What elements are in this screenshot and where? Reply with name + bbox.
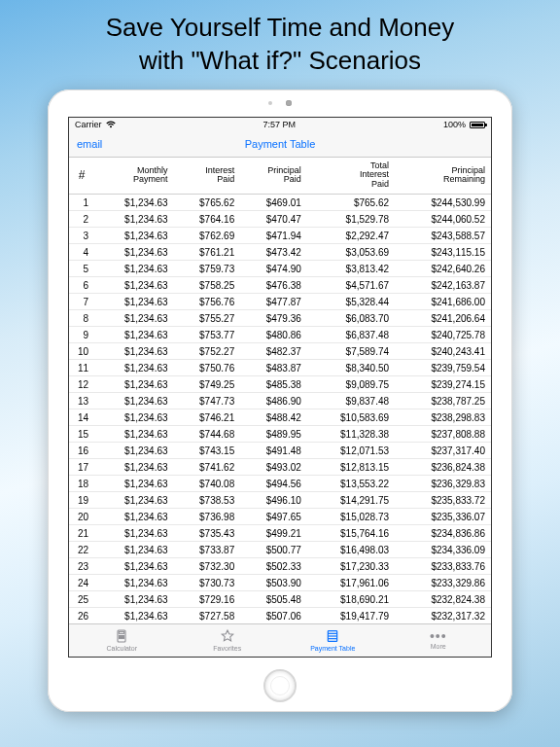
col-monthly-payment: MonthlyPayment xyxy=(94,158,174,195)
table-row[interactable]: 11$1,234.63$750.76$483.87$8,340.50$239,7… xyxy=(69,360,491,376)
table-icon xyxy=(325,628,340,644)
cell-ip: $752.27 xyxy=(174,343,241,360)
table-row[interactable]: 22$1,234.63$733.87$500.77$16,498.03$234,… xyxy=(69,542,491,558)
cell-pp: $486.90 xyxy=(240,393,307,409)
cell-pp: $500.77 xyxy=(240,542,307,558)
cell-ip: $759.73 xyxy=(174,261,241,277)
cell-pr: $235,336.07 xyxy=(395,509,491,525)
cell-ip: $738.53 xyxy=(174,492,241,509)
table-row[interactable]: 23$1,234.63$732.30$502.33$17,230.33$233,… xyxy=(69,558,491,575)
cell-n: 19 xyxy=(69,492,94,509)
front-camera-icon xyxy=(286,100,292,106)
cell-mp: $1,234.63 xyxy=(94,542,174,558)
ipad-screen: Carrier 7:57 PM 100% email Payment Table xyxy=(68,117,492,658)
cell-n: 20 xyxy=(69,509,94,525)
bezel-top xyxy=(48,89,512,117)
cell-pr: $242,163.87 xyxy=(395,277,491,294)
cell-tip: $8,340.50 xyxy=(307,360,395,376)
svg-point-2 xyxy=(120,635,121,636)
cell-mp: $1,234.63 xyxy=(94,376,174,393)
calculator-icon xyxy=(114,628,129,644)
table-row[interactable]: 1$1,234.63$765.62$469.01$765.62$244,530.… xyxy=(69,195,491,211)
cell-pr: $232,317.32 xyxy=(395,608,491,623)
table-row[interactable]: 24$1,234.63$730.73$503.90$17,961.06$233,… xyxy=(69,575,491,591)
table-row[interactable]: 18$1,234.63$740.08$494.56$13,553.22$236,… xyxy=(69,476,491,492)
cell-n: 5 xyxy=(69,261,94,277)
nav-bar: email Payment Table xyxy=(69,132,491,158)
cell-pr: $240,725.78 xyxy=(395,327,491,343)
table-row[interactable]: 15$1,234.63$744.68$489.95$11,328.38$237,… xyxy=(69,426,491,443)
table-row[interactable]: 20$1,234.63$736.98$497.65$15,028.73$235,… xyxy=(69,509,491,525)
table-row[interactable]: 4$1,234.63$761.21$473.42$3,053.69$243,11… xyxy=(69,244,491,261)
cell-tip: $19,417.79 xyxy=(307,608,395,623)
cell-ip: $733.87 xyxy=(174,542,241,558)
cell-pr: $238,298.83 xyxy=(395,409,491,426)
cell-pp: $499.21 xyxy=(240,525,307,542)
table-row[interactable]: 5$1,234.63$759.73$474.90$3,813.42$242,64… xyxy=(69,261,491,277)
table-row[interactable]: 21$1,234.63$735.43$499.21$15,764.16$234,… xyxy=(69,525,491,542)
cell-pp: $507.06 xyxy=(240,608,307,623)
cell-pr: $243,115.15 xyxy=(395,244,491,261)
cell-n: 24 xyxy=(69,575,94,591)
cell-n: 2 xyxy=(69,211,94,228)
payment-table-wrap[interactable]: # MonthlyPayment InterestPaid PrincipalP… xyxy=(69,158,491,623)
table-row[interactable]: 19$1,234.63$738.53$496.10$14,291.75$235,… xyxy=(69,492,491,509)
table-row[interactable]: 25$1,234.63$729.16$505.48$18,690.21$232,… xyxy=(69,591,491,608)
cell-tip: $12,071.53 xyxy=(307,443,395,459)
cell-mp: $1,234.63 xyxy=(94,409,174,426)
cell-n: 13 xyxy=(69,393,94,409)
col-number: # xyxy=(69,158,94,195)
cell-n: 23 xyxy=(69,558,94,575)
table-row[interactable]: 26$1,234.63$727.58$507.06$19,417.79$232,… xyxy=(69,608,491,623)
col-principal-paid: PrincipalPaid xyxy=(240,158,307,195)
tab-calculator[interactable]: Calculator xyxy=(69,624,175,657)
table-row[interactable]: 2$1,234.63$764.16$470.47$1,529.78$244,06… xyxy=(69,211,491,228)
tab-favorites[interactable]: Favorites xyxy=(175,624,281,657)
home-button[interactable] xyxy=(263,669,297,702)
tab-favorites-label: Favorites xyxy=(213,645,241,652)
cell-ip: $736.98 xyxy=(174,509,241,525)
tab-payment-table-label: Payment Table xyxy=(310,645,355,652)
cell-ip: $758.25 xyxy=(174,277,241,294)
cell-ip: $741.62 xyxy=(174,459,241,476)
cell-pr: $239,274.15 xyxy=(395,376,491,393)
table-row[interactable]: 3$1,234.63$762.69$471.94$2,292.47$243,58… xyxy=(69,228,491,244)
cell-tip: $1,529.78 xyxy=(307,211,395,228)
table-row[interactable]: 9$1,234.63$753.77$480.86$6,837.48$240,72… xyxy=(69,327,491,343)
table-row[interactable]: 8$1,234.63$755.27$479.36$6,083.70$241,20… xyxy=(69,310,491,327)
promo-headline: Save Yourself Time and Money with "What … xyxy=(87,0,473,84)
more-icon: ••• xyxy=(430,630,447,642)
cell-pp: $502.33 xyxy=(240,558,307,575)
cell-mp: $1,234.63 xyxy=(94,525,174,542)
cell-tip: $10,583.69 xyxy=(307,409,395,426)
table-row[interactable]: 14$1,234.63$746.21$488.42$10,583.69$238,… xyxy=(69,409,491,426)
cell-mp: $1,234.63 xyxy=(94,509,174,525)
table-row[interactable]: 13$1,234.63$747.73$486.90$9,837.48$238,7… xyxy=(69,393,491,409)
app-promo-background: Save Yourself Time and Money with "What … xyxy=(0,0,560,747)
cell-mp: $1,234.63 xyxy=(94,426,174,443)
cell-ip: $750.76 xyxy=(174,360,241,376)
table-row[interactable]: 12$1,234.63$749.25$485.38$9,089.75$239,2… xyxy=(69,376,491,393)
table-row[interactable]: 7$1,234.63$756.76$477.87$5,328.44$241,68… xyxy=(69,294,491,310)
table-row[interactable]: 6$1,234.63$758.25$476.38$4,571.67$242,16… xyxy=(69,277,491,294)
cell-mp: $1,234.63 xyxy=(94,443,174,459)
cell-tip: $15,028.73 xyxy=(307,509,395,525)
tab-more[interactable]: ••• More xyxy=(386,624,492,657)
svg-point-6 xyxy=(122,637,122,638)
cell-mp: $1,234.63 xyxy=(94,277,174,294)
cell-pp: $489.95 xyxy=(240,426,307,443)
table-row[interactable]: 17$1,234.63$741.62$493.02$12,813.15$236,… xyxy=(69,459,491,476)
table-row[interactable]: 16$1,234.63$743.15$491.48$12,071.53$237,… xyxy=(69,443,491,459)
cell-mp: $1,234.63 xyxy=(94,492,174,509)
tab-bar: Calculator Favorites Payment Table ••• M… xyxy=(69,623,491,657)
cell-pr: $243,588.57 xyxy=(395,228,491,244)
table-row[interactable]: 10$1,234.63$752.27$482.37$7,589.74$240,2… xyxy=(69,343,491,360)
cell-pp: $479.36 xyxy=(240,310,307,327)
cell-n: 9 xyxy=(69,327,94,343)
cell-mp: $1,234.63 xyxy=(94,591,174,608)
cell-n: 26 xyxy=(69,608,94,623)
svg-point-7 xyxy=(123,637,124,638)
tab-payment-table[interactable]: Payment Table xyxy=(280,624,386,657)
email-button[interactable]: email xyxy=(69,138,110,150)
svg-point-4 xyxy=(123,635,124,636)
